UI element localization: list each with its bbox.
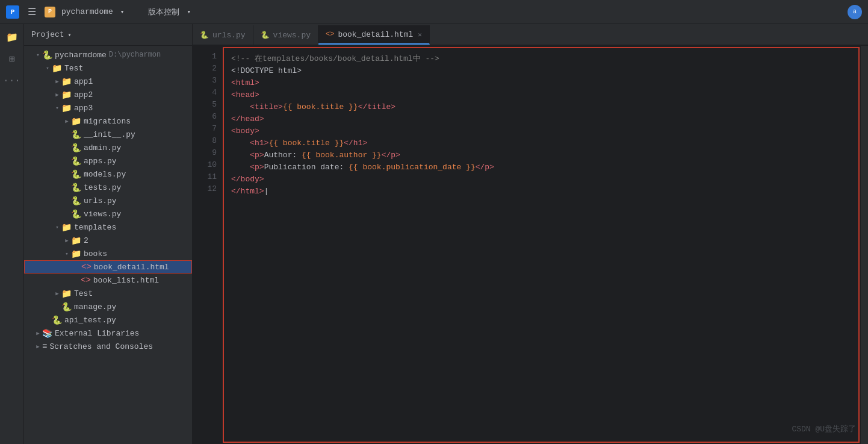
vcs-chevron: ▾ [187,8,191,16]
tree-label-views: views.py [84,210,121,219]
tree-label-folder2: 2 [84,236,88,245]
tree-item-scratches[interactable]: ▶ ≡ Scratches and Consoles [24,340,192,353]
sidebar-title: Project [31,30,64,39]
py-icon-views: 🐍 [71,209,81,219]
tree-label-apps: apps.py [84,157,117,166]
tree-item-app2[interactable]: ▶ 📁 app2 [24,88,192,101]
code-editor[interactable]: <!-- 在templates/books/book_detail.html中 … [223,47,860,443]
editor: 123456789101112 <!-- 在templates/books/bo… [193,46,868,444]
topbar-right: a [848,5,862,19]
tree-arrow-test2: ▶ [53,289,61,298]
tree-item-migrations[interactable]: ▶ 📁 migrations [24,114,192,128]
tree-item-pycharmdome[interactable]: ▾ 🐍 pycharmdome D:\pycharmon [24,48,192,61]
tab-urls-py[interactable]: 🐍 urls.py [193,25,253,45]
py-icon-init: 🐍 [71,130,81,140]
tree-item-books[interactable]: ▾ 📁 books [24,247,192,260]
watermark-text: CSDN @U盘失踪了 [792,425,856,434]
watermark: CSDN @U盘失踪了 [792,424,856,434]
tree-label-admin: admin.py [84,143,121,152]
python-project-icon: 🐍 [42,50,52,60]
tree-label-book-list: book_list.html [93,276,159,285]
vcs-label[interactable]: 版本控制 [148,7,179,17]
more-icon-bar[interactable]: ··· [4,72,20,89]
hamburger-menu[interactable]: ☰ [25,5,39,19]
git-icon-bar[interactable]: ⊞ [4,51,20,67]
tree-item-urls-py[interactable]: ▶ 🐍 urls.py [24,194,192,207]
tree-arrow-templates: ▾ [53,223,61,231]
folder-icon-bar[interactable]: 📁 [4,29,20,46]
line-numbers: 123456789101112 [193,46,222,444]
user-avatar[interactable]: a [848,5,862,19]
tree-item-app1[interactable]: ▶ 📁 app1 [24,75,192,88]
tree-label-app2: app2 [74,90,93,99]
html-icon-book-detail: <> [81,262,91,272]
tree-item-apps-py[interactable]: ▶ 🐍 apps.py [24,154,192,167]
tree-label-urls: urls.py [84,196,117,205]
py-icon-models: 🐍 [71,169,81,180]
tree-item-models-py[interactable]: ▶ 🐍 models.py [24,167,192,181]
folder-icon-2: 📁 [71,236,81,246]
tabs-bar: 🐍 urls.py 🐍 views.py <> book_detail.html… [193,24,868,46]
tree-item-tests-py[interactable]: ▶ 🐍 tests.py [24,181,192,194]
tab-icon-urls: 🐍 [200,31,209,40]
folder-icon-test2: 📁 [61,289,72,299]
folder-icon-test: 📁 [52,63,62,73]
py-icon-apitest: 🐍 [52,315,62,325]
tree-item-test2[interactable]: ▶ 📁 Test [24,287,192,300]
project-chevron: ▾ [120,8,125,16]
tree-item-app3[interactable]: ▾ 📁 app3 [24,101,192,114]
tree-item-templates[interactable]: ▾ 📁 templates [24,220,192,234]
tree-label-books: books [84,249,107,258]
tree-label-scratches: Scratches and Consoles [49,342,153,351]
tree-label-migrations: migrations [84,117,131,126]
folder-icon-ext-libs: 📚 [42,328,52,339]
scrollbar-track[interactable] [861,46,868,444]
tree-item-test[interactable]: ▾ 📁 Test [24,61,192,75]
tree-label-models: models.py [84,170,126,179]
tab-close-book-detail[interactable]: ✕ [418,31,422,39]
tree-label-app1: app1 [74,77,93,86]
html-icon-book-list: <> [81,275,91,285]
tree-label-manage: manage.py [74,302,116,311]
tab-label-book-detail: book_detail.html [338,30,413,39]
tree-item-ext-libs[interactable]: ▶ 📚 External Libraries [24,327,192,340]
tree-label-test2: Test [74,289,93,298]
topbar: P ☰ P pycharmdome ▾ 版本控制 ▾ a [0,0,868,24]
project-icon: P [45,7,55,17]
tab-label-urls: urls.py [212,31,246,40]
app-logo: P [6,5,19,19]
tree-arrow-scratches: ▶ [34,342,42,351]
folder-icon-migrations: 📁 [71,116,81,127]
sidebar: Project ▾ ▾ 🐍 pycharmdome D:\pycharmon ▾… [24,24,193,444]
py-icon-tests: 🐍 [71,183,81,193]
folder-icon-app1: 📁 [61,77,72,87]
sidebar-header: Project ▾ [24,24,192,46]
tree-label-tests: tests.py [84,183,121,192]
tree-item-book-detail-html[interactable]: ▶ <> book_detail.html [24,260,192,274]
tree-item-manage-py[interactable]: ▶ 🐍 manage.py [24,300,192,313]
tree-item-folder2[interactable]: ▶ 📁 2 [24,234,192,247]
main-layout: 📁 ⊞ ··· Project ▾ ▾ 🐍 pycharmdome D:\pyc… [0,24,868,444]
tree-label-app3: app3 [74,104,93,113]
folder-icon-app3: 📁 [61,103,72,113]
tab-book-detail-html[interactable]: <> book_detail.html ✕ [318,25,430,45]
tree-arrow-app2: ▶ [53,90,61,99]
tree-item-init-py[interactable]: ▶ 🐍 __init__.py [24,128,192,141]
py-icon-urls: 🐍 [71,196,81,206]
tree-arrow-pycharmdome: ▾ [34,51,42,59]
sidebar-tree[interactable]: ▾ 🐍 pycharmdome D:\pycharmon ▾ 📁 Test ▶ … [24,46,192,444]
tree-arrow-test: ▾ [43,64,52,72]
tree-label-apitest: api_test.py [64,316,116,325]
tree-arrow-folder2: ▶ [63,236,71,245]
tree-label-test: Test [64,64,83,73]
sidebar-title-chevron: ▾ [68,31,72,39]
tree-path-pycharmdome: D:\pycharmon [109,51,161,59]
tree-item-views-py[interactable]: ▶ 🐍 views.py [24,207,192,220]
tab-views-py[interactable]: 🐍 views.py [253,25,318,45]
tree-item-admin-py[interactable]: ▶ 🐍 admin.py [24,141,192,154]
tree-item-api-test-py[interactable]: ▶ 🐍 api_test.py [24,313,192,327]
py-icon-manage: 🐍 [61,302,72,312]
tree-arrow-app3: ▾ [53,104,61,112]
tree-label-pycharmdome: pycharmdome [55,51,107,60]
tree-item-book-list-html[interactable]: ▶ <> book_list.html [24,274,192,287]
